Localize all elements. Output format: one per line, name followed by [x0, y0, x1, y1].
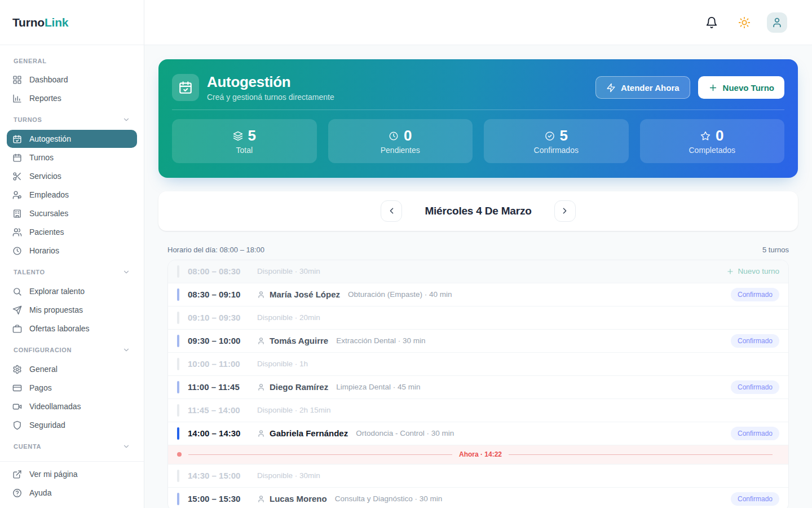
- patient-name: María José López: [270, 290, 340, 299]
- sidebar-item-label: Pacientes: [29, 227, 64, 237]
- sidebar-item-label: Empleados: [29, 190, 69, 199]
- status-badge: Confirmado: [731, 334, 779, 348]
- stat-card-pendientes: 0Pendientes: [328, 119, 473, 163]
- app-root: TurnoLink GENERALDashboardReportesTURNOS…: [0, 0, 812, 508]
- slot-availability: Disponible · 30min: [257, 267, 320, 275]
- slot-row-free[interactable]: 09:10 – 09:30Disponible · 20min: [168, 306, 788, 330]
- prev-day-button[interactable]: [381, 200, 402, 222]
- theme-toggle-button[interactable]: [734, 12, 754, 33]
- sidebar-item-label: Reportes: [29, 94, 61, 103]
- send-icon: [12, 305, 22, 315]
- sidebar-item-sucursales[interactable]: Sucursales: [7, 204, 137, 222]
- sidebar-item-pagos[interactable]: Pagos: [7, 379, 137, 397]
- app-logo[interactable]: TurnoLink: [0, 0, 144, 45]
- slot-time: 15:00 – 15:30: [188, 494, 257, 503]
- slot-accent-bar: [177, 335, 179, 347]
- help-circle-icon: [12, 488, 22, 498]
- person-icon: [257, 291, 265, 299]
- slot-availability: Disponible · 1h: [257, 360, 308, 368]
- slot-right: Confirmado: [731, 492, 779, 506]
- slot-patient: Lucas Moreno: [257, 494, 327, 503]
- slot-row-free[interactable]: 11:45 – 14:00Disponible · 2h 15min: [168, 399, 788, 422]
- sidebar-section-talento[interactable]: TALENTO: [7, 260, 137, 282]
- slot-row-appointment[interactable]: 15:00 – 15:30Lucas MorenoConsulta y Diag…: [168, 488, 788, 508]
- current-date-title: Miércoles 4 De Marzo: [425, 205, 531, 217]
- slot-time: 14:00 – 14:30: [188, 428, 257, 438]
- sidebar-item-dashboard[interactable]: Dashboard: [7, 71, 137, 89]
- person-icon: [257, 495, 265, 503]
- notifications-button[interactable]: [701, 12, 722, 33]
- sidebar-item-reportes[interactable]: Reportes: [7, 89, 137, 107]
- status-badge: Confirmado: [731, 427, 779, 440]
- shield-icon: [12, 421, 22, 430]
- slot-row-appointment[interactable]: 08:30 – 09:10María José LópezObturación …: [168, 283, 788, 306]
- external-link-icon: [12, 470, 22, 479]
- user-cog-icon: [12, 190, 22, 200]
- sidebar-section-cuenta[interactable]: CUENTA: [7, 435, 137, 457]
- chevron-down-icon: [122, 268, 130, 276]
- now-line: [188, 454, 452, 455]
- sidebar-item-pacientes[interactable]: Pacientes: [7, 223, 137, 241]
- sidebar-section-turnos[interactable]: TURNOS: [7, 108, 137, 130]
- slot-row-free[interactable]: 14:30 – 15:00Disponible · 30min: [168, 465, 788, 488]
- slot-row-appointment[interactable]: 14:00 – 14:30Gabriela FernándezOrtodonci…: [168, 422, 788, 445]
- sidebar-item-servicios[interactable]: Servicios: [7, 167, 137, 185]
- sidebar-item-autogestión[interactable]: Autogestión: [7, 130, 137, 148]
- sidebar-item-label: Ver mi página: [29, 470, 78, 479]
- slot-patient: María José López: [257, 290, 340, 299]
- nuevo-turno-button[interactable]: Nuevo Turno: [698, 76, 784, 99]
- sidebar-item-seguridad[interactable]: Seguridad: [7, 416, 137, 434]
- sidebar-item-videollamadas[interactable]: Videollamadas: [7, 397, 137, 415]
- slot-time: 08:00 – 08:30: [188, 266, 257, 276]
- person-icon: [257, 337, 265, 345]
- page-subtitle: Creá y gestioná turnos directamente: [207, 93, 334, 102]
- service-label: Ortodoncia - Control · 30 min: [356, 429, 454, 437]
- main-area: Autogestión Creá y gestioná turnos direc…: [144, 0, 812, 508]
- topbar: [144, 0, 812, 45]
- profile-button[interactable]: [767, 12, 787, 33]
- add-turno-action[interactable]: Nuevo turno: [726, 267, 779, 275]
- sidebar-item-turnos[interactable]: Turnos: [7, 148, 137, 167]
- sidebar-section-configuracion[interactable]: CONFIGURACION: [7, 338, 137, 360]
- sidebar-item-ver-mi-página[interactable]: Ver mi página: [7, 465, 137, 483]
- sidebar: TurnoLink GENERALDashboardReportesTURNOS…: [0, 0, 144, 508]
- stat-label: Total: [236, 146, 253, 155]
- sidebar-item-ayuda[interactable]: Ayuda: [7, 484, 137, 502]
- sidebar-item-label: Seguridad: [29, 421, 65, 430]
- sidebar-item-explorar-talento[interactable]: Explorar talento: [7, 282, 137, 300]
- slot-accent-bar: [177, 404, 179, 417]
- logo-text-primary: Turno: [12, 16, 45, 29]
- sidebar-item-mis-propuestas[interactable]: Mis propuestas: [7, 301, 137, 319]
- sidebar-item-general[interactable]: General: [7, 360, 137, 378]
- slot-time: 11:00 – 11:45: [188, 382, 257, 392]
- slot-time: 14:30 – 15:00: [188, 471, 257, 480]
- banner-heading: Autogestión Creá y gestioná turnos direc…: [207, 74, 334, 102]
- sidebar-item-label: Ofertas laborales: [29, 324, 90, 333]
- page-title: Autogestión: [207, 74, 334, 91]
- slot-right: Confirmado: [731, 427, 779, 440]
- autogestion-banner: Autogestión Creá y gestioná turnos direc…: [158, 59, 798, 178]
- sidebar-item-label: Turnos: [29, 153, 54, 162]
- gear-icon: [12, 365, 22, 374]
- slot-row-free[interactable]: 08:00 – 08:30Disponible · 30minNuevo tur…: [168, 260, 788, 283]
- next-day-button[interactable]: [554, 200, 576, 222]
- sidebar-item-horarios[interactable]: Horarios: [7, 242, 137, 260]
- sidebar-section-general: GENERAL: [7, 50, 137, 71]
- slot-accent-bar: [177, 312, 179, 324]
- slot-row-appointment[interactable]: 09:30 – 10:00Tomás AguirreExtracción Den…: [168, 330, 788, 353]
- calendar-icon: [12, 153, 22, 163]
- slot-row-appointment[interactable]: 11:00 – 11:45Diego RamírezLimpieza Denta…: [168, 376, 788, 399]
- slot-availability: Disponible · 2h 15min: [257, 406, 331, 414]
- sidebar-item-ofertas-laborales[interactable]: Ofertas laborales: [7, 319, 137, 338]
- atender-ahora-button[interactable]: Atender Ahora: [595, 76, 690, 99]
- slot-accent-bar: [177, 265, 179, 278]
- stat-label: Completados: [689, 146, 736, 155]
- sidebar-item-label: Explorar talento: [29, 287, 85, 296]
- sidebar-item-empleados[interactable]: Empleados: [7, 186, 137, 204]
- user-icon: [771, 17, 783, 28]
- slot-right: Nuevo turno: [726, 267, 779, 275]
- status-badge: Confirmado: [731, 288, 779, 301]
- slot-row-free[interactable]: 10:00 – 11:00Disponible · 1h: [168, 353, 788, 376]
- building-icon: [12, 209, 22, 218]
- slot-accent-bar: [177, 470, 179, 482]
